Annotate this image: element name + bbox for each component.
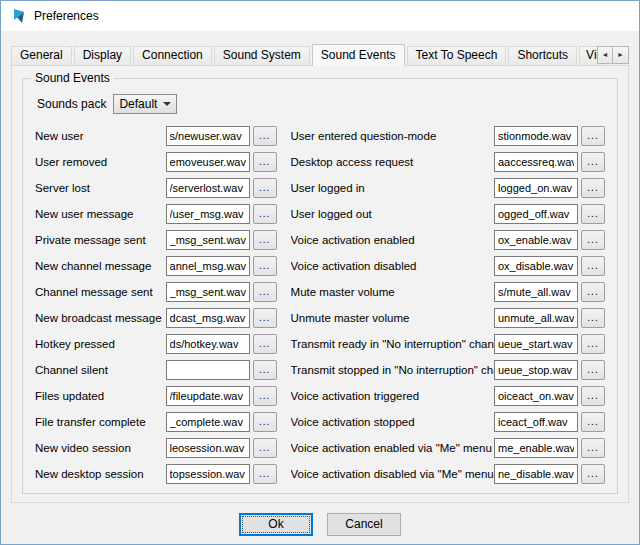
sound-file-input[interactable] — [166, 438, 250, 458]
browse-button[interactable]: ... — [581, 308, 605, 328]
sound-file-input[interactable] — [166, 152, 250, 172]
browse-button[interactable]: ... — [581, 386, 605, 406]
sound-file-input[interactable] — [494, 412, 578, 432]
sound-file-input[interactable] — [166, 308, 250, 328]
sound-file-input[interactable] — [494, 438, 578, 458]
sound-event-row: Voice activation enabled... — [291, 227, 605, 253]
sound-file-input[interactable] — [166, 386, 250, 406]
sound-file-input[interactable] — [494, 308, 578, 328]
window-title: Preferences — [34, 9, 99, 23]
tab-display[interactable]: Display — [74, 46, 131, 65]
sound-file-input[interactable] — [166, 412, 250, 432]
sound-event-row: New video session... — [35, 435, 277, 461]
tab-sound-events[interactable]: Sound Events — [312, 44, 405, 66]
sound-event-row: Voice activation stopped... — [291, 409, 605, 435]
tab-connection[interactable]: Connection — [133, 46, 212, 65]
browse-button[interactable]: ... — [581, 412, 605, 432]
sounds-pack-select[interactable]: Default — [113, 94, 177, 114]
browse-button[interactable]: ... — [253, 178, 277, 198]
cancel-button[interactable]: Cancel — [327, 513, 401, 536]
sound-event-row: User logged in... — [291, 175, 605, 201]
sounds-pack-value: Default — [119, 97, 157, 111]
sound-event-label: Voice activation stopped — [291, 416, 494, 428]
tab-scroll-right-icon[interactable]: ► — [613, 46, 629, 64]
sound-file-input[interactable] — [494, 464, 578, 484]
sound-file-input[interactable] — [494, 360, 578, 380]
dialog-footer: Ok Cancel — [1, 503, 639, 545]
browse-button[interactable]: ... — [253, 204, 277, 224]
sound-file-input[interactable] — [166, 126, 250, 146]
sound-event-row: User logged out... — [291, 201, 605, 227]
browse-button[interactable]: ... — [581, 230, 605, 250]
sound-event-row: Hotkey pressed... — [35, 331, 277, 357]
sound-event-row: User entered question-mode... — [291, 123, 605, 149]
sound-event-label: Voice activation triggered — [291, 390, 494, 402]
browse-button[interactable]: ... — [253, 412, 277, 432]
tab-shortcuts[interactable]: Shortcuts — [508, 46, 577, 65]
sound-file-input[interactable] — [166, 282, 250, 302]
sound-event-label: New desktop session — [35, 468, 166, 480]
browse-button[interactable]: ... — [581, 178, 605, 198]
sound-file-input[interactable] — [166, 178, 250, 198]
browse-button[interactable]: ... — [581, 282, 605, 302]
tab-scroll-left-icon[interactable]: ◄ — [597, 46, 613, 64]
sound-file-input[interactable] — [494, 334, 578, 354]
sound-event-label: New user message — [35, 208, 166, 220]
sound-event-row: File transfer complete... — [35, 409, 277, 435]
sound-event-label: Channel silent — [35, 364, 166, 376]
sound-file-input[interactable] — [166, 230, 250, 250]
sound-event-row: Unmute master volume... — [291, 305, 605, 331]
sound-file-input[interactable] — [494, 126, 578, 146]
sound-file-input[interactable] — [494, 204, 578, 224]
tab-general[interactable]: General — [11, 46, 72, 65]
sound-event-row: New channel message... — [35, 253, 277, 279]
sound-event-label: New channel message — [35, 260, 166, 272]
sound-file-input[interactable] — [166, 256, 250, 276]
browse-button[interactable]: ... — [581, 334, 605, 354]
sound-file-input[interactable] — [166, 464, 250, 484]
sound-event-row: Voice activation enabled via "Me" menu..… — [291, 435, 605, 461]
browse-button[interactable]: ... — [253, 256, 277, 276]
browse-button[interactable]: ... — [253, 334, 277, 354]
teamtalk-icon — [11, 8, 27, 24]
browse-button[interactable]: ... — [253, 282, 277, 302]
sound-file-input[interactable] — [166, 334, 250, 354]
sound-event-label: File transfer complete — [35, 416, 166, 428]
sound-file-input[interactable] — [494, 386, 578, 406]
browse-button[interactable]: ... — [253, 464, 277, 484]
browse-button[interactable]: ... — [581, 438, 605, 458]
sound-file-input[interactable] — [494, 256, 578, 276]
sound-events-group: Sound Events Sounds pack Default New use… — [22, 78, 618, 494]
browse-button[interactable]: ... — [253, 360, 277, 380]
tab-text-to-speech[interactable]: Text To Speech — [407, 46, 507, 65]
browse-button[interactable]: ... — [581, 152, 605, 172]
browse-button[interactable]: ... — [253, 126, 277, 146]
browse-button[interactable]: ... — [581, 126, 605, 146]
sound-event-row: New broadcast message... — [35, 305, 277, 331]
browse-button[interactable]: ... — [253, 308, 277, 328]
sound-event-label: User logged in — [291, 182, 494, 194]
chevron-down-icon — [163, 102, 171, 106]
browse-button[interactable]: ... — [253, 438, 277, 458]
browse-button[interactable]: ... — [253, 386, 277, 406]
sound-file-input[interactable] — [494, 230, 578, 250]
sound-event-label: New video session — [35, 442, 166, 454]
sound-event-label: New broadcast message — [35, 312, 166, 324]
sound-file-input[interactable] — [166, 360, 250, 380]
browse-button[interactable]: ... — [581, 256, 605, 276]
tab-sound-system[interactable]: Sound System — [214, 46, 310, 65]
sound-event-row: User removed... — [35, 149, 277, 175]
sound-events-column-right: User entered question-mode...Desktop acc… — [291, 123, 605, 487]
browse-button[interactable]: ... — [581, 360, 605, 380]
browse-button[interactable]: ... — [253, 152, 277, 172]
browse-button[interactable]: ... — [581, 464, 605, 484]
sound-file-input[interactable] — [494, 282, 578, 302]
titlebar[interactable]: Preferences — [1, 1, 639, 31]
sound-file-input[interactable] — [494, 152, 578, 172]
ok-button[interactable]: Ok — [239, 513, 313, 536]
browse-button[interactable]: ... — [581, 204, 605, 224]
sound-file-input[interactable] — [494, 178, 578, 198]
sound-event-label: User removed — [35, 156, 166, 168]
browse-button[interactable]: ... — [253, 230, 277, 250]
sound-file-input[interactable] — [166, 204, 250, 224]
